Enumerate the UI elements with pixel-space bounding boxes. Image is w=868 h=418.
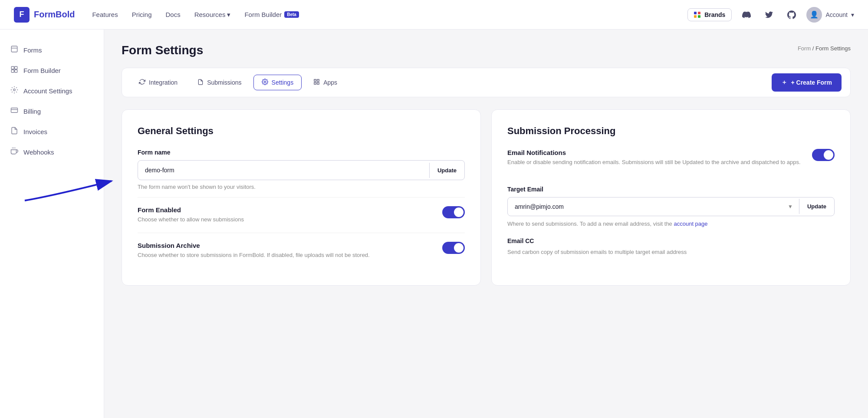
account-label: Account — [825, 11, 848, 18]
form-name-input-row: Update — [138, 160, 465, 180]
email-cc-label: Email CC — [507, 237, 835, 244]
form-enabled-label: Form Enabled — [138, 206, 434, 214]
svg-point-12 — [264, 81, 266, 83]
form-name-hint: The form name won't be shown to your vis… — [138, 184, 465, 190]
tab-settings[interactable]: Settings — [253, 75, 302, 90]
svg-rect-2 — [11, 66, 14, 69]
svg-rect-16 — [314, 82, 316, 84]
breadcrumb-current: Form Settings — [815, 45, 851, 52]
tab-integration[interactable]: Integration — [131, 75, 186, 90]
email-notifications-toggle[interactable] — [812, 149, 835, 161]
invoices-icon — [10, 127, 18, 137]
tab-submissions[interactable]: Submissions — [189, 75, 250, 90]
account-button[interactable]: 👤 Account ▾ — [806, 7, 854, 23]
tabs-actions: ＋ + Create Form — [772, 73, 842, 92]
sidebar-item-forms[interactable]: Forms — [0, 40, 104, 60]
sidebar-item-invoices[interactable]: Invoices — [0, 122, 104, 142]
sidebar-form-builder-label: Form Builder — [23, 67, 61, 74]
nav-pricing[interactable]: Pricing — [132, 11, 152, 18]
target-email-label: Target Email — [507, 186, 835, 193]
form-name-input[interactable] — [138, 161, 429, 180]
brands-grid-icon — [694, 12, 701, 18]
general-settings-title: General Settings — [138, 125, 465, 137]
logo-link[interactable]: F FormBold — [14, 7, 75, 23]
layout: Forms Form Builder Account Settings Bill… — [0, 30, 868, 418]
apps-tab-icon — [313, 79, 320, 86]
form-enabled-desc: Choose whether to allow new submissions — [138, 215, 434, 224]
target-email-hint: Where to send submissions. To add a new … — [507, 221, 835, 227]
sidebar-invoices-label: Invoices — [23, 128, 47, 135]
nav-form-builder[interactable]: Form Builder Beta — [244, 11, 299, 18]
submission-archive-desc: Choose whether to store submissions in F… — [138, 251, 434, 260]
general-settings-card: General Settings Form name Update The fo… — [122, 109, 481, 286]
form-name-label: Form name — [138, 149, 465, 156]
logo-text: FormBold — [34, 10, 75, 20]
account-page-link[interactable]: account page — [674, 221, 707, 227]
target-email-select[interactable]: amrin@pimjo.com — [508, 197, 782, 216]
page-title: Form Settings — [122, 43, 203, 57]
nav-docs[interactable]: Docs — [166, 11, 181, 18]
svg-rect-13 — [314, 79, 316, 81]
main-content: Form Settings Form / Form Settings Integ… — [104, 30, 868, 418]
submission-archive-toggle[interactable] — [442, 242, 465, 254]
sidebar-item-account-settings[interactable]: Account Settings — [0, 81, 104, 101]
content-grid: General Settings Form name Update The fo… — [122, 109, 851, 286]
svg-rect-4 — [11, 70, 14, 72]
svg-rect-5 — [15, 70, 17, 72]
submission-archive-row: Submission Archive Choose whether to sto… — [138, 233, 465, 268]
sidebar-item-webhooks[interactable]: Webhooks — [0, 142, 104, 162]
sidebar-item-billing[interactable]: Billing — [0, 101, 104, 122]
create-form-button[interactable]: ＋ + Create Form — [772, 73, 842, 92]
twitter-icon-button[interactable] — [761, 7, 777, 23]
sidebar-billing-label: Billing — [23, 108, 41, 115]
chevron-down-icon: ▾ — [227, 11, 230, 19]
nav-features[interactable]: Features — [92, 11, 118, 18]
brands-button[interactable]: Brands — [687, 8, 732, 21]
sidebar-forms-label: Forms — [23, 46, 42, 54]
avatar: 👤 — [806, 7, 822, 23]
svg-rect-7 — [11, 108, 18, 113]
github-icon-button[interactable] — [784, 7, 799, 23]
logo-icon: F — [14, 7, 30, 23]
sidebar-account-settings-label: Account Settings — [23, 87, 72, 95]
tabs-bar: Integration Submissions Settings Apps — [122, 68, 851, 97]
breadcrumb-form-link[interactable]: Form — [798, 45, 811, 52]
account-chevron-icon: ▾ — [851, 11, 854, 18]
create-form-plus-icon: ＋ — [781, 79, 787, 86]
svg-point-6 — [13, 89, 16, 91]
select-chevron-icon: ▼ — [782, 204, 799, 210]
target-email-section: Target Email amrin@pimjo.com ▼ Update Wh… — [507, 186, 835, 227]
form-enabled-row: Form Enabled Choose whether to allow new… — [138, 197, 465, 233]
beta-badge: Beta — [284, 11, 299, 18]
account-settings-icon — [10, 86, 18, 96]
target-email-select-row: amrin@pimjo.com ▼ Update — [507, 197, 835, 216]
submission-archive-label: Submission Archive — [138, 242, 434, 249]
settings-tab-icon — [262, 79, 268, 86]
form-name-update-button[interactable]: Update — [429, 163, 464, 178]
submission-archive-info: Submission Archive Choose whether to sto… — [138, 242, 442, 260]
svg-rect-3 — [15, 66, 17, 69]
breadcrumb-separator: / — [812, 45, 815, 52]
form-builder-icon — [10, 66, 18, 76]
svg-rect-14 — [317, 79, 319, 81]
submission-processing-title: Submission Processing — [507, 125, 835, 137]
email-notifications-row: Email Notifications Enable or disable se… — [507, 149, 835, 175]
breadcrumb: Form / Form Settings — [798, 45, 851, 52]
form-enabled-toggle[interactable] — [442, 206, 465, 218]
sidebar: Forms Form Builder Account Settings Bill… — [0, 30, 104, 418]
webhooks-icon — [10, 147, 18, 157]
sidebar-item-form-builder[interactable]: Form Builder — [0, 60, 104, 81]
target-email-update-button[interactable]: Update — [799, 199, 834, 214]
submission-processing-card: Submission Processing Email Notification… — [491, 109, 851, 286]
page-header: Form Settings Form / Form Settings — [122, 43, 851, 57]
form-enabled-info: Form Enabled Choose whether to allow new… — [138, 206, 442, 224]
nav-resources[interactable]: Resources ▾ — [194, 11, 231, 19]
discord-icon-button[interactable] — [739, 7, 754, 23]
nav-right: Brands 👤 Account ▾ — [687, 7, 854, 23]
tab-apps[interactable]: Apps — [305, 75, 345, 90]
nav-links: Features Pricing Docs Resources ▾ Form B… — [92, 11, 670, 19]
svg-rect-0 — [11, 46, 17, 52]
svg-rect-15 — [317, 82, 319, 84]
submissions-tab-icon — [197, 79, 204, 86]
integration-tab-icon — [139, 79, 145, 86]
